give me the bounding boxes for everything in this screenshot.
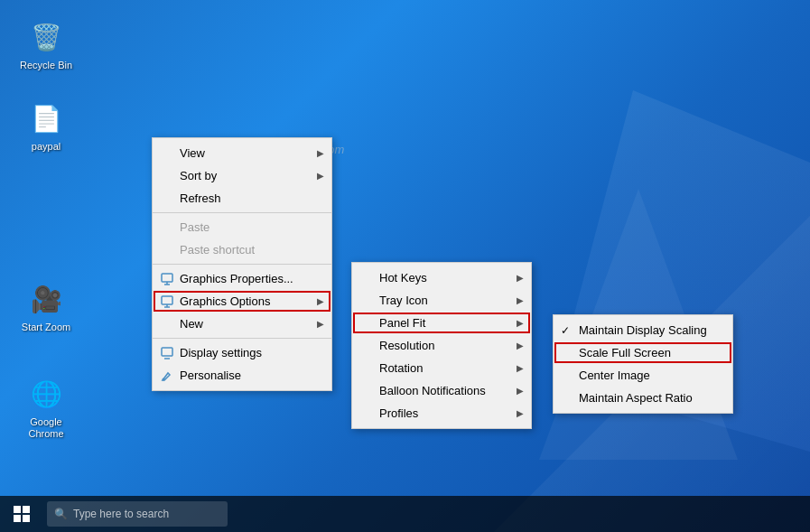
menu2-item-panel-fit[interactable]: Panel Fit▶ bbox=[352, 312, 531, 334]
menu3-item-maintain-aspect-ratio[interactable]: Maintain Aspect Ratio bbox=[554, 387, 732, 409]
menu3-item-scale-full-screen[interactable]: Scale Full Screen bbox=[554, 341, 732, 364]
hot-keys-arrow-icon: ▶ bbox=[517, 273, 524, 283]
menu-item-graphics-properties[interactable]: Graphics Properties... bbox=[153, 267, 331, 290]
resolution-arrow-icon: ▶ bbox=[517, 341, 524, 350]
menu-item-personalise[interactable]: Personalise bbox=[153, 364, 331, 387]
display-settings-label: Display settings bbox=[180, 346, 262, 359]
personalise-icon bbox=[160, 369, 174, 383]
resolution-label: Resolution bbox=[379, 339, 434, 352]
google-chrome-icon: 🌐 bbox=[27, 375, 65, 413]
hot-keys-label: Hot Keys bbox=[379, 271, 427, 285]
menu3-item-maintain-display-scaling[interactable]: ✓Maintain Display Scaling bbox=[554, 319, 732, 341]
rotation-label: Rotation bbox=[379, 361, 423, 375]
menu-item-refresh[interactable]: Refresh bbox=[153, 187, 331, 210]
start-zoom-icon: 🎥 bbox=[27, 280, 65, 318]
taskbar-search[interactable]: 🔍 Type here to search bbox=[47, 501, 228, 527]
desktop-icon-start-zoom[interactable]: 🎥 Start Zoom bbox=[14, 280, 79, 333]
menu2-item-resolution[interactable]: Resolution▶ bbox=[352, 334, 531, 357]
refresh-label: Refresh bbox=[180, 191, 221, 205]
panel-fit-label: Panel Fit bbox=[379, 316, 425, 330]
paypal-icon: 📄 bbox=[27, 99, 65, 137]
menu-item-view[interactable]: View▶ bbox=[153, 142, 331, 164]
menu-item-new[interactable]: New▶ bbox=[153, 313, 331, 335]
desktop-icon-paypal[interactable]: 📄 paypal bbox=[14, 99, 79, 153]
menu2-item-balloon-notifications[interactable]: Balloon Notifications▶ bbox=[352, 379, 531, 402]
search-placeholder: Type here to search bbox=[73, 508, 169, 520]
center-image-label: Center Image bbox=[579, 369, 650, 382]
svg-rect-12 bbox=[23, 515, 30, 522]
balloon-notifications-label: Balloon Notifications bbox=[379, 384, 486, 397]
maintain-display-scaling-label: Maintain Display Scaling bbox=[579, 323, 707, 337]
menu2-item-tray-icon[interactable]: Tray Icon▶ bbox=[352, 289, 531, 312]
context-menu-desktop: View▶Sort by▶RefreshPastePaste shortcut … bbox=[152, 137, 332, 391]
desktop-icon-google-chrome[interactable]: 🌐 Google Chrome bbox=[14, 375, 79, 440]
maintain-display-scaling-check-icon: ✓ bbox=[561, 324, 570, 337]
context-menu-graphics-options: Hot Keys▶Tray Icon▶Panel Fit▶Resolution▶… bbox=[351, 262, 532, 429]
graphics-options-arrow-icon: ▶ bbox=[317, 296, 324, 306]
new-label: New bbox=[180, 317, 203, 331]
balloon-notifications-arrow-icon: ▶ bbox=[517, 386, 524, 396]
menu-item-paste-shortcut: Paste shortcut bbox=[153, 238, 331, 261]
start-zoom-label: Start Zoom bbox=[22, 322, 70, 333]
menu-divider bbox=[153, 212, 331, 213]
personalise-label: Personalise bbox=[180, 369, 241, 382]
tray-icon-label: Tray Icon bbox=[379, 294, 428, 307]
google-chrome-label: Google Chrome bbox=[14, 416, 79, 440]
maintain-aspect-ratio-label: Maintain Aspect Ratio bbox=[579, 391, 693, 405]
graphics-properties-label: Graphics Properties... bbox=[180, 272, 293, 285]
sort-by-label: Sort by bbox=[180, 169, 217, 182]
rotation-arrow-icon: ▶ bbox=[517, 363, 524, 373]
start-button[interactable] bbox=[0, 496, 43, 532]
paypal-label: paypal bbox=[32, 141, 61, 153]
context-menu-panel-fit: ✓Maintain Display ScalingScale Full Scre… bbox=[553, 314, 733, 414]
graphics-options-label: Graphics Options bbox=[180, 294, 270, 308]
taskbar: 🔍 Type here to search bbox=[0, 496, 810, 532]
menu-item-sort-by[interactable]: Sort by▶ bbox=[153, 164, 331, 187]
view-label: View bbox=[180, 146, 205, 160]
profiles-arrow-icon: ▶ bbox=[517, 408, 524, 418]
menu-item-display-settings[interactable]: Display settings bbox=[153, 341, 331, 364]
graphics-properties-icon bbox=[160, 272, 174, 286]
tray-icon-arrow-icon: ▶ bbox=[517, 295, 524, 305]
menu-divider bbox=[153, 338, 331, 339]
view-arrow-icon: ▶ bbox=[317, 148, 324, 158]
paste-shortcut-label: Paste shortcut bbox=[180, 243, 255, 257]
panel-fit-arrow-icon: ▶ bbox=[517, 318, 524, 328]
graphics-options-icon bbox=[160, 294, 174, 309]
menu2-item-hot-keys[interactable]: Hot Keys▶ bbox=[352, 266, 531, 289]
svg-rect-0 bbox=[162, 274, 172, 282]
paste-label: Paste bbox=[180, 220, 209, 234]
menu-divider bbox=[153, 264, 331, 265]
scale-full-screen-label: Scale Full Screen bbox=[579, 346, 671, 359]
menu2-item-profiles[interactable]: Profiles▶ bbox=[352, 402, 531, 425]
desktop-icon-recycle-bin[interactable]: 🗑️ Recycle Bin bbox=[14, 18, 79, 71]
svg-rect-10 bbox=[23, 506, 30, 513]
svg-point-8 bbox=[163, 378, 165, 380]
menu2-item-rotation[interactable]: Rotation▶ bbox=[352, 357, 531, 379]
menu-item-paste: Paste bbox=[153, 216, 331, 238]
menu3-item-center-image[interactable]: Center Image bbox=[554, 364, 732, 387]
new-arrow-icon: ▶ bbox=[317, 319, 324, 329]
display-settings-icon bbox=[160, 346, 174, 360]
sort-by-arrow-icon: ▶ bbox=[317, 171, 324, 181]
profiles-label: Profiles bbox=[379, 406, 418, 420]
recycle-bin-label: Recycle Bin bbox=[20, 60, 72, 71]
svg-rect-11 bbox=[14, 515, 21, 522]
svg-rect-3 bbox=[162, 296, 172, 304]
recycle-bin-icon: 🗑️ bbox=[27, 18, 65, 56]
menu-item-graphics-options[interactable]: Graphics Options▶ bbox=[153, 290, 331, 313]
svg-rect-6 bbox=[162, 348, 172, 356]
svg-rect-9 bbox=[14, 506, 21, 513]
